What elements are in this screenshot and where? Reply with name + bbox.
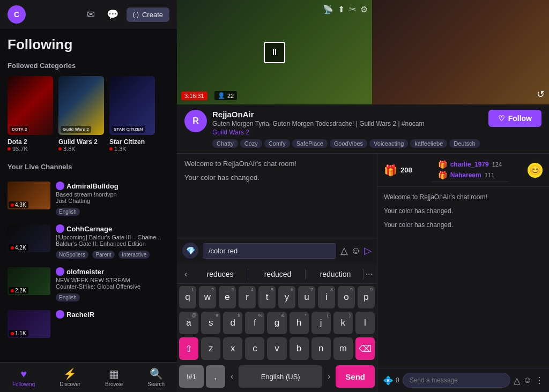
- autocomplete-left-arrow[interactable]: ‹: [181, 268, 190, 280]
- tag-chatty[interactable]: Chatty: [212, 139, 238, 148]
- key-n[interactable]: n: [311, 337, 331, 360]
- viewers-person-icon: 👤: [218, 92, 225, 99]
- key-b[interactable]: b: [290, 337, 309, 360]
- upvote-icon[interactable]: △: [340, 245, 348, 257]
- rotate-icon[interactable]: ↺: [537, 88, 545, 100]
- key-q[interactable]: 1q: [179, 286, 196, 308]
- category-dota2[interactable]: DOTA 2 Dota 2 93.7K: [8, 76, 53, 152]
- video-controls: 📡 ⬆ ✂ ⚙: [323, 4, 368, 14]
- channel-avatar-cohhcarnage: [56, 224, 64, 233]
- video-side[interactable]: ↺: [372, 0, 549, 104]
- chat-input[interactable]: [203, 243, 336, 259]
- chat-icon[interactable]: 💬: [105, 7, 120, 22]
- create-button[interactable]: Create: [127, 7, 169, 22]
- key-delete[interactable]: ⌫: [355, 337, 375, 360]
- key-comma[interactable]: ,: [206, 365, 225, 388]
- key-l[interactable]: l: [355, 312, 375, 334]
- key-t[interactable]: 5t: [258, 286, 276, 308]
- channel-rachelr[interactable]: 1.1K RachelR: [8, 306, 169, 342]
- autocomplete-reduction[interactable]: reduction: [308, 269, 363, 280]
- keyboard-lang-left[interactable]: ‹: [227, 371, 236, 382]
- key-send[interactable]: Send: [336, 365, 375, 388]
- autocomplete-reduced[interactable]: reduced: [250, 269, 306, 280]
- key-f[interactable]: %f: [245, 312, 264, 334]
- stream-game[interactable]: Guild Wars 2: [212, 129, 483, 136]
- key-m[interactable]: m: [333, 337, 353, 360]
- live-dot: [8, 147, 11, 150]
- key-s[interactable]: #s: [201, 312, 220, 334]
- clip-icon[interactable]: ✂: [349, 4, 356, 14]
- cast-icon[interactable]: 📡: [323, 4, 333, 14]
- key-i[interactable]: 8i: [318, 286, 335, 308]
- category-thumb-dota2: DOTA 2: [8, 76, 53, 135]
- pause-button[interactable]: ⏸: [264, 42, 285, 63]
- key-w[interactable]: 2w: [199, 286, 216, 308]
- key-z[interactable]: z: [201, 337, 220, 360]
- key-e[interactable]: 3e: [219, 286, 236, 308]
- keyboard-area: ‹ reduces reduced reduction ··· 1q 2w 3e…: [177, 263, 377, 392]
- key-p[interactable]: 0p: [358, 286, 375, 308]
- right-emoji-icon[interactable]: ☺: [523, 375, 532, 385]
- tag-goodvibes[interactable]: GoodVibes: [330, 139, 367, 148]
- right-chat-message-1: Your color has changed.: [384, 206, 543, 216]
- key-h[interactable]: *h: [290, 312, 309, 334]
- key-j[interactable]: (j: [311, 312, 331, 334]
- category-gw2[interactable]: Guild Wars 2 Guild Wars 2 3.8K: [58, 76, 104, 152]
- right-chat-message-2: Your color has changed.: [384, 220, 543, 230]
- right-message-input[interactable]: [403, 373, 510, 388]
- right-upvote-icon[interactable]: △: [514, 375, 520, 386]
- key-r[interactable]: 4r: [239, 286, 256, 308]
- tag-deutsch[interactable]: Deutsch: [449, 139, 479, 148]
- tag-kaffeeliebe[interactable]: kaffeeliebe: [410, 139, 447, 148]
- category-sc[interactable]: STAR CITIZEN Star Citizen 1.3K: [109, 76, 155, 152]
- key-k[interactable]: )k: [333, 312, 353, 334]
- settings-icon[interactable]: ⚙: [360, 4, 368, 14]
- channel-name-row: olofmeister: [56, 267, 169, 276]
- key-shift[interactable]: ⇧: [179, 337, 198, 360]
- mail-icon[interactable]: ✉: [84, 7, 99, 22]
- nav-browse[interactable]: ▦ Browse: [99, 364, 129, 390]
- key-g[interactable]: &g: [267, 312, 286, 334]
- key-c[interactable]: c: [245, 337, 264, 360]
- channel-tag-parent: Parent: [92, 251, 114, 259]
- video-main[interactable]: 📡 ⬆ ✂ ⚙ ⏸ 3:16:31 👤 22: [177, 0, 372, 104]
- channel-admiralbulldog[interactable]: 4.3K AdmiralBulldog Based stream !nordvp…: [8, 177, 169, 220]
- share-icon[interactable]: ⬆: [338, 4, 345, 14]
- nav-search[interactable]: 🔍 Search: [141, 364, 171, 390]
- right-more-icon[interactable]: ⋮: [535, 375, 544, 386]
- key-x[interactable]: x: [223, 337, 242, 360]
- channel-cohhcarnage[interactable]: 4.2K CohhCarnage [!Upcoming] Baldur's Ga…: [8, 220, 169, 263]
- channel-olofmeister[interactable]: 2.2K olofmeister NEW WEEK NEW STREAM Cou…: [8, 263, 169, 306]
- key-v[interactable]: v: [267, 337, 286, 360]
- chat-message-0: Welcome to RejjaOnAir's chat room!: [184, 159, 369, 169]
- streamer-name: RejjaOnAir: [212, 110, 483, 119]
- nav-discover[interactable]: ⚡ Discover: [53, 364, 87, 390]
- channel-thumb-admiralbulldog: 4.3K: [8, 182, 50, 209]
- gift-item: 🎁 208: [384, 164, 412, 177]
- tag-voiceacting[interactable]: Voiceacting: [369, 139, 408, 148]
- bits-icon[interactable]: 💎: [182, 243, 198, 259]
- send-icon[interactable]: ▷: [364, 245, 372, 257]
- nav-following[interactable]: ♥ Following: [6, 365, 41, 390]
- autocomplete-reduces[interactable]: reduces: [192, 269, 248, 280]
- emoji-icon[interactable]: ☺: [351, 245, 361, 257]
- key-a[interactable]: @a: [179, 312, 198, 334]
- channel-name-row: RachelR: [56, 310, 169, 319]
- key-y[interactable]: 6y: [278, 286, 295, 308]
- key-d[interactable]: $d: [223, 312, 242, 334]
- tag-comfy[interactable]: Comfy: [264, 139, 290, 148]
- channel-tag-interactive: Interactive: [118, 251, 150, 259]
- avatar[interactable]: C: [8, 5, 26, 24]
- key-u[interactable]: 7u: [298, 286, 315, 308]
- tag-cozy[interactable]: Cozy: [240, 139, 262, 148]
- live-dot: [11, 246, 14, 250]
- key-special-chars[interactable]: !#1: [179, 365, 204, 388]
- key-space[interactable]: English (US): [239, 365, 322, 388]
- keyboard-lang-right[interactable]: ›: [324, 371, 333, 382]
- tag-safeplace[interactable]: SafePlace: [292, 139, 328, 148]
- autocomplete-more-icon[interactable]: ···: [366, 269, 373, 279]
- key-o[interactable]: 9o: [338, 286, 355, 308]
- categories-section-title: Followed Categories: [8, 62, 169, 70]
- follow-button[interactable]: Follow: [488, 110, 541, 127]
- points-count: 0: [396, 376, 399, 384]
